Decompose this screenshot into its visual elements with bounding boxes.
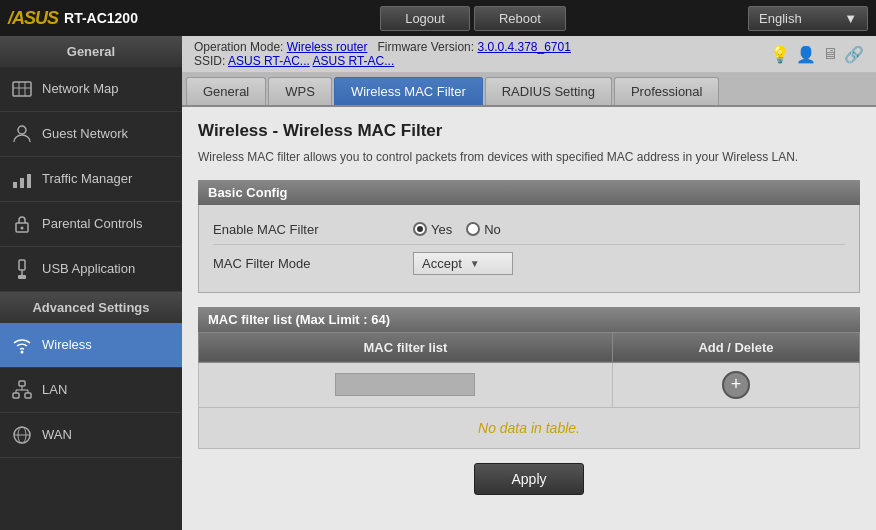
sidebar-lan-label: LAN <box>42 382 67 399</box>
svg-point-13 <box>21 351 24 354</box>
tab-radius-setting[interactable]: RADIUS Setting <box>485 77 612 105</box>
tab-general[interactable]: General <box>186 77 266 105</box>
sidebar-item-wan[interactable]: WAN <box>0 413 182 458</box>
reboot-button[interactable]: Reboot <box>474 6 566 31</box>
firmware-value[interactable]: 3.0.0.4.378_6701 <box>477 40 570 54</box>
sidebar-wan-label: WAN <box>42 427 72 444</box>
tab-wps[interactable]: WPS <box>268 77 332 105</box>
mac-input-cell <box>199 362 613 407</box>
radio-yes-label: Yes <box>431 222 452 237</box>
share-icon: 🔗 <box>844 45 864 64</box>
svg-rect-0 <box>13 82 31 96</box>
svg-rect-15 <box>13 393 19 398</box>
radio-no-dot <box>466 222 480 236</box>
mac-filter-mode-dropdown[interactable]: Accept ▼ <box>413 252 513 275</box>
sidebar-parental-controls-label: Parental Controls <box>42 216 142 233</box>
mac-address-input[interactable] <box>335 373 475 396</box>
sidebar-item-wireless[interactable]: Wireless <box>0 323 182 368</box>
screen-icon: 🖥 <box>822 45 838 63</box>
ssid-2[interactable]: ASUS RT-AC... <box>312 54 394 68</box>
enable-mac-filter-label: Enable MAC Filter <box>213 222 413 237</box>
info-bar: Operation Mode: Wireless router Firmware… <box>182 36 876 73</box>
svg-rect-5 <box>13 182 17 188</box>
add-delete-cell: + <box>612 362 859 407</box>
sidebar-guest-network-label: Guest Network <box>42 126 128 143</box>
enable-mac-filter-radio-group: Yes No <box>413 222 501 237</box>
sidebar-item-lan[interactable]: LAN <box>0 368 182 413</box>
traffic-icon <box>10 167 34 191</box>
bulb-icon: 💡 <box>770 45 790 64</box>
svg-rect-6 <box>20 178 24 188</box>
language-select[interactable]: English ▼ <box>748 6 868 31</box>
ssid-label: SSID: <box>194 54 228 68</box>
svg-rect-14 <box>19 381 25 386</box>
logout-button[interactable]: Logout <box>380 6 470 31</box>
page-title: Wireless - Wireless MAC Filter <box>198 121 860 141</box>
radio-yes-dot <box>413 222 427 236</box>
sidebar-item-traffic-manager[interactable]: Traffic Manager <box>0 157 182 202</box>
tab-wireless-mac-filter[interactable]: Wireless MAC Filter <box>334 77 483 105</box>
info-bar-left: Operation Mode: Wireless router Firmware… <box>194 40 571 68</box>
svg-rect-16 <box>25 393 31 398</box>
mac-filter-mode-row: MAC Filter Mode Accept ▼ <box>213 245 845 282</box>
svg-rect-12 <box>18 275 26 279</box>
tab-professional[interactable]: Professional <box>614 77 720 105</box>
tab-bar: General WPS Wireless MAC Filter RADIUS S… <box>182 73 876 107</box>
ssid-1[interactable]: ASUS RT-AC... <box>228 54 310 68</box>
sidebar-item-network-map[interactable]: Network Map <box>0 67 182 112</box>
guest-icon <box>10 122 34 146</box>
usb-icon <box>10 257 34 281</box>
wifi-icon <box>10 333 34 357</box>
map-icon <box>10 77 34 101</box>
mac-filter-list-col: MAC filter list <box>199 332 613 362</box>
mac-filter-table: MAC filter list Add / Delete + <box>198 332 860 408</box>
radio-yes[interactable]: Yes <box>413 222 452 237</box>
asus-logo: /ASUS <box>8 8 58 29</box>
info-bar-icons: 💡 👤 🖥 🔗 <box>770 45 864 64</box>
mac-filter-mode-label: MAC Filter Mode <box>213 256 413 271</box>
radio-no-label: No <box>484 222 501 237</box>
sidebar-advanced-header: Advanced Settings <box>0 292 182 323</box>
operation-mode-label: Operation Mode: <box>194 40 287 54</box>
lan-icon <box>10 378 34 402</box>
svg-rect-7 <box>27 174 31 188</box>
topbar: /ASUS RT-AC1200 Logout Reboot English ▼ <box>0 0 876 36</box>
sidebar-item-parental-controls[interactable]: Parental Controls <box>0 202 182 247</box>
basic-config-body: Enable MAC Filter Yes No <box>198 205 860 293</box>
mac-filter-mode-control: Accept ▼ <box>413 252 845 275</box>
user-icon: 👤 <box>796 45 816 64</box>
wan-icon <box>10 423 34 447</box>
logo-area: /ASUS RT-AC1200 <box>8 8 198 29</box>
chevron-down-icon: ▼ <box>844 11 857 26</box>
parental-icon <box>10 212 34 236</box>
apply-row: Apply <box>198 463 860 495</box>
enable-mac-filter-control: Yes No <box>413 222 845 237</box>
sidebar-usb-application-label: USB Application <box>42 261 135 278</box>
svg-rect-10 <box>19 260 25 270</box>
svg-point-4 <box>18 126 26 134</box>
main-layout: General Network Map Guest Network <box>0 36 876 530</box>
radio-no[interactable]: No <box>466 222 501 237</box>
mac-filter-list-header: MAC filter list (Max Limit : 64) <box>198 307 860 332</box>
topbar-buttons: Logout Reboot <box>198 6 748 31</box>
dropdown-arrow-icon: ▼ <box>470 258 480 269</box>
content-area: Operation Mode: Wireless router Firmware… <box>182 36 876 530</box>
apply-button[interactable]: Apply <box>474 463 583 495</box>
mac-filter-mode-value: Accept <box>422 256 462 271</box>
model-name: RT-AC1200 <box>64 10 138 26</box>
basic-config-header: Basic Config <box>198 180 860 205</box>
enable-mac-filter-row: Enable MAC Filter Yes No <box>213 215 845 245</box>
sidebar-network-map-label: Network Map <box>42 81 119 98</box>
svg-point-9 <box>21 227 24 230</box>
firmware-label: Firmware Version: <box>371 40 478 54</box>
operation-mode-value[interactable]: Wireless router <box>287 40 368 54</box>
sidebar-item-guest-network[interactable]: Guest Network <box>0 112 182 157</box>
sidebar-general-header: General <box>0 36 182 67</box>
sidebar: General Network Map Guest Network <box>0 36 182 530</box>
language-label: English <box>759 11 802 26</box>
no-data-message: No data in table. <box>198 408 860 449</box>
sidebar-traffic-manager-label: Traffic Manager <box>42 171 132 188</box>
add-mac-button[interactable]: + <box>722 371 750 399</box>
page-content: Wireless - Wireless MAC Filter Wireless … <box>182 107 876 530</box>
sidebar-item-usb-application[interactable]: USB Application <box>0 247 182 292</box>
